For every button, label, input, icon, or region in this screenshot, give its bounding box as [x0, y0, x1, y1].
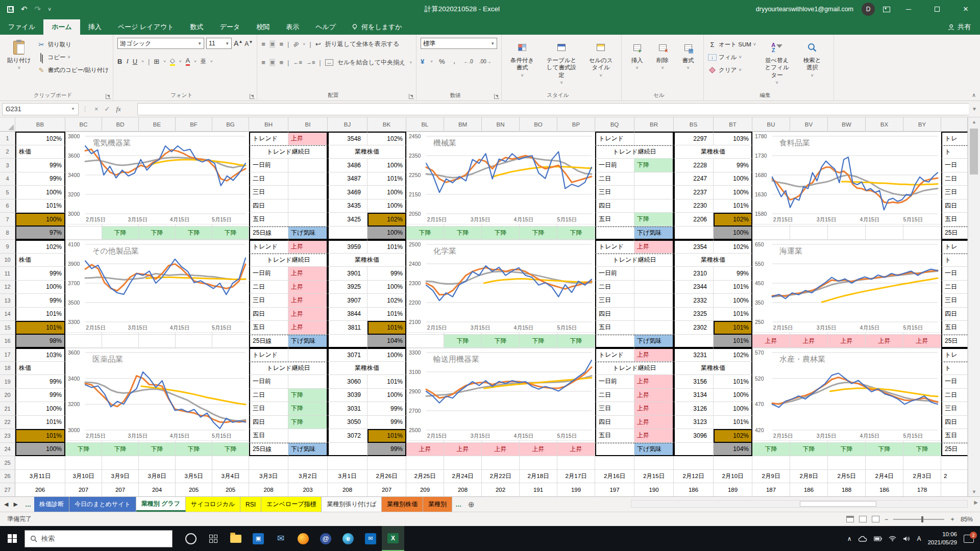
cell[interactable] [828, 456, 866, 470]
column-header-BB[interactable]: BB [15, 117, 65, 132]
cell[interactable]: 97% [15, 227, 65, 240]
cell[interactable] [634, 172, 674, 186]
start-button[interactable] [0, 526, 24, 551]
cell[interactable]: 3487 [328, 172, 368, 186]
cell[interactable]: 2月4日 [866, 470, 903, 484]
cell[interactable]: 三日 [941, 294, 968, 308]
cell[interactable]: 101% [15, 429, 65, 443]
cell[interactable]: 3126 [674, 402, 714, 416]
cell[interactable]: 3月3日 [249, 470, 288, 484]
formula-input[interactable] [137, 103, 969, 115]
cell[interactable]: 104% [368, 335, 406, 348]
cell[interactable]: 下降 [212, 227, 249, 240]
font-size-combo[interactable]: 11▼ [206, 38, 232, 49]
cell[interactable]: 一日前 [249, 267, 288, 281]
phonetic-guide-icon[interactable]: 亜 [201, 58, 206, 65]
cell[interactable]: 207 [65, 483, 102, 496]
row-header-1[interactable]: 1 [0, 132, 15, 145]
cell[interactable] [866, 456, 903, 470]
row-header-16[interactable]: 16 [0, 335, 15, 348]
ribbon-tab-ヘルプ[interactable]: ヘルプ [307, 19, 344, 35]
cell[interactable]: 下降 [557, 227, 595, 240]
cell[interactable]: 一日 [941, 159, 968, 172]
cell[interactable]: 100% [15, 186, 65, 199]
increase-indent-icon[interactable]: →≡ [306, 59, 315, 65]
cell[interactable]: 下げ気味 [634, 335, 674, 348]
column-header-BG[interactable]: BG [212, 117, 249, 132]
number-dialog-launcher[interactable] [494, 94, 499, 99]
paste-button[interactable]: 貼り付け˅ [4, 38, 34, 73]
tray-chevron-icon[interactable]: ∧ [847, 535, 852, 542]
merge-center-button[interactable]: セルを結合して中央揃え [337, 58, 406, 67]
cell[interactable] [102, 335, 139, 348]
cell[interactable]: ト [941, 254, 968, 267]
cell[interactable]: 四日 [941, 416, 968, 430]
cell[interactable]: 2月10日 [714, 470, 752, 484]
cell[interactable]: 3231 [674, 348, 714, 362]
cell[interactable]: 業種株価 [328, 254, 406, 267]
cell[interactable]: 二日 [595, 172, 634, 186]
cell[interactable] [790, 227, 828, 240]
row-header-5[interactable]: 5 [0, 186, 15, 199]
cell[interactable]: 100% [368, 186, 406, 199]
cut-button[interactable]: ✂切り取り [37, 39, 109, 50]
cell[interactable]: 2344 [674, 281, 714, 294]
cell[interactable]: 101% [15, 416, 65, 430]
cell[interactable] [249, 456, 288, 470]
clear-button[interactable]: クリア ˅ [708, 64, 756, 76]
cell[interactable] [634, 186, 674, 199]
taskbar-file-explorer[interactable] [225, 526, 247, 551]
sheet-nav-left-icon[interactable]: ◀ [4, 501, 8, 508]
sheet-tab-株価診断[interactable]: 株価診断 [34, 497, 69, 512]
cell[interactable]: 199 [557, 483, 595, 496]
cell[interactable]: 186 [866, 483, 903, 496]
cell[interactable]: 上昇 [634, 389, 674, 403]
cell[interactable]: 五日 [941, 429, 968, 443]
cell[interactable]: 一日前 [249, 159, 288, 172]
cell[interactable]: 2月25日 [406, 470, 444, 484]
cell[interactable]: 四日 [249, 199, 288, 213]
cell[interactable]: 3435 [328, 199, 368, 213]
font-name-combo[interactable]: 游ゴシック▼ [117, 38, 204, 49]
cell[interactable]: 2月8日 [790, 470, 828, 484]
cell[interactable]: 208 [328, 483, 368, 496]
cell[interactable]: 206 [15, 483, 65, 496]
enter-icon[interactable]: ✓ [105, 105, 110, 113]
cell[interactable]: 四日 [595, 308, 634, 321]
embedded-chart-1[interactable]: 410039003700350033002月15日3月15日4月15日5月15日… [65, 240, 249, 333]
cell[interactable]: 3月10日 [65, 470, 102, 484]
cell[interactable]: 一日 [941, 267, 968, 281]
cell[interactable]: 101% [368, 375, 406, 389]
cell[interactable]: 下降 [520, 335, 557, 348]
name-box[interactable]: G231▼ [2, 103, 79, 115]
cell[interactable]: 101% [714, 321, 752, 335]
cell[interactable]: 下降 [65, 443, 102, 457]
cell[interactable] [634, 199, 674, 213]
cell[interactable]: 99% [714, 159, 752, 172]
cell[interactable]: 二日 [249, 389, 288, 403]
font-color-icon[interactable]: A [186, 57, 190, 66]
cell[interactable] [15, 456, 65, 470]
cell[interactable]: トレ [941, 132, 968, 145]
cell[interactable]: 2206 [674, 213, 714, 227]
cell[interactable]: 下降 [634, 159, 674, 172]
cell[interactable]: 190 [634, 483, 674, 496]
cell[interactable]: 3134 [674, 389, 714, 403]
cell[interactable]: 上昇 [634, 348, 674, 362]
page-layout-view-icon[interactable] [859, 516, 867, 522]
cell[interactable]: 五日 [595, 213, 634, 227]
row-header-22[interactable]: 22 [0, 416, 15, 430]
maximize-button[interactable] [927, 0, 947, 18]
cell[interactable]: 25日線 [249, 335, 288, 348]
select-all-corner[interactable] [0, 117, 15, 132]
cell[interactable]: 2月9日 [752, 470, 790, 484]
cell[interactable]: 下降 [176, 227, 212, 240]
cell[interactable]: 下降 [482, 335, 520, 348]
cell[interactable]: 3039 [328, 389, 368, 403]
align-top-icon[interactable]: ≡ [261, 40, 265, 48]
embedded-chart-3[interactable]: 245023502250215020502月15日3月15日4月15日5月15日… [406, 132, 595, 224]
row-header-26[interactable]: 26 [0, 470, 15, 484]
cell[interactable]: トレンド継続日 [249, 145, 328, 159]
cell[interactable]: トレ [941, 348, 968, 362]
cell[interactable]: 100% [368, 389, 406, 403]
